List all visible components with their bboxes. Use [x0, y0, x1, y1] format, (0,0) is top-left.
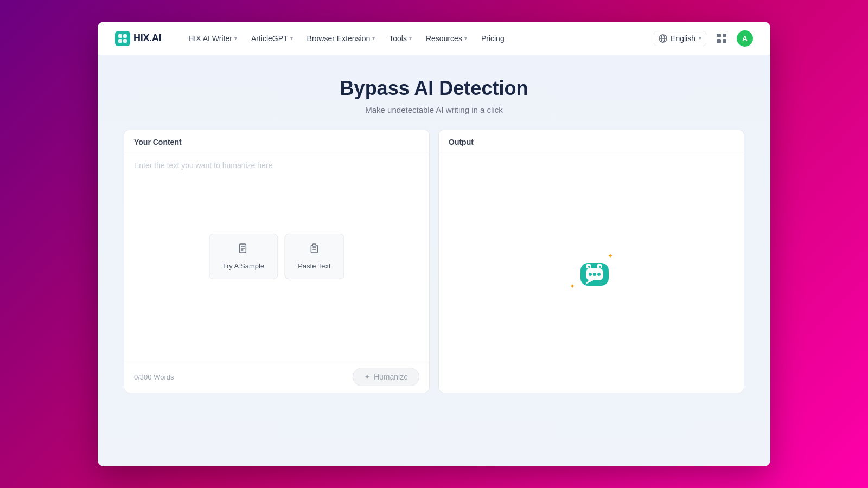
- svg-point-18: [593, 273, 596, 276]
- lang-chevron-icon: ▾: [699, 35, 701, 41]
- nav-links: HIX AI Writer ▾ ArticleGPT ▾ Browser Ext…: [183, 31, 654, 46]
- document-icon: [238, 243, 250, 258]
- svg-point-19: [597, 273, 601, 276]
- editor-container: Your Content: [124, 130, 744, 393]
- chevron-icon: ▾: [372, 35, 375, 41]
- nav-item-pricing[interactable]: Pricing: [476, 31, 510, 46]
- spark-bottom-icon: ✦: [570, 282, 575, 290]
- left-panel-footer: 0/300 Words ✦ Humanize: [124, 361, 429, 393]
- svg-rect-0: [118, 34, 122, 38]
- left-panel: Your Content: [124, 130, 430, 393]
- clipboard-icon: [308, 243, 320, 258]
- right-panel-header: Output: [439, 130, 744, 152]
- globe-icon: [659, 34, 667, 43]
- chevron-icon: ▾: [290, 35, 293, 41]
- chevron-icon: ▾: [409, 35, 412, 41]
- chevron-icon: ▾: [464, 35, 467, 41]
- nav-item-resources[interactable]: Resources ▾: [420, 31, 473, 46]
- right-panel: Output ✦: [438, 130, 744, 393]
- nav-item-hix-writer[interactable]: HIX AI Writer ▾: [183, 31, 242, 46]
- sample-buttons: Try A Sample Paste T: [209, 234, 344, 279]
- logo-text: HIX.AI: [133, 33, 161, 44]
- try-sample-button[interactable]: Try A Sample: [209, 234, 278, 279]
- robot-mascot: ✦: [570, 251, 613, 294]
- humanize-button[interactable]: ✦ Humanize: [353, 368, 419, 386]
- svg-rect-12: [312, 244, 316, 246]
- apps-grid-icon[interactable]: [714, 31, 729, 46]
- nav-right: English ▾ A: [654, 30, 753, 47]
- left-panel-header: Your Content: [124, 130, 429, 152]
- svg-point-23: [599, 266, 601, 268]
- browser-window: HIX.AI HIX AI Writer ▾ ArticleGPT ▾ Brow…: [98, 22, 770, 466]
- logo-icon: [115, 31, 130, 46]
- logo[interactable]: HIX.AI: [115, 31, 161, 46]
- svg-rect-1: [123, 34, 127, 38]
- svg-rect-2: [118, 39, 122, 43]
- svg-rect-3: [123, 39, 127, 43]
- language-selector[interactable]: English ▾: [654, 31, 706, 46]
- nav-item-articlegpt[interactable]: ArticleGPT ▾: [246, 31, 298, 46]
- chevron-icon: ▾: [234, 35, 237, 41]
- nav-item-tools[interactable]: Tools ▾: [384, 31, 417, 46]
- svg-point-17: [589, 273, 592, 276]
- spark-top-icon: ✦: [608, 252, 613, 260]
- paste-text-button[interactable]: Paste Text: [284, 234, 344, 279]
- spark-icon: ✦: [364, 373, 371, 381]
- page-title: Bypass AI Detection: [340, 77, 528, 100]
- svg-point-22: [588, 266, 590, 268]
- navbar: HIX.AI HIX AI Writer ▾ ArticleGPT ▾ Brow…: [98, 22, 770, 55]
- main-content: Bypass AI Detection Make undetectable AI…: [98, 55, 770, 466]
- output-area: ✦: [439, 152, 744, 393]
- nav-item-browser-extension[interactable]: Browser Extension ▾: [302, 31, 381, 46]
- avatar[interactable]: A: [737, 30, 753, 47]
- word-count: 0/300 Words: [134, 373, 174, 381]
- page-subtitle: Make undetectable AI writing in a click: [365, 105, 502, 114]
- textarea-area: Try A Sample Paste T: [124, 152, 429, 361]
